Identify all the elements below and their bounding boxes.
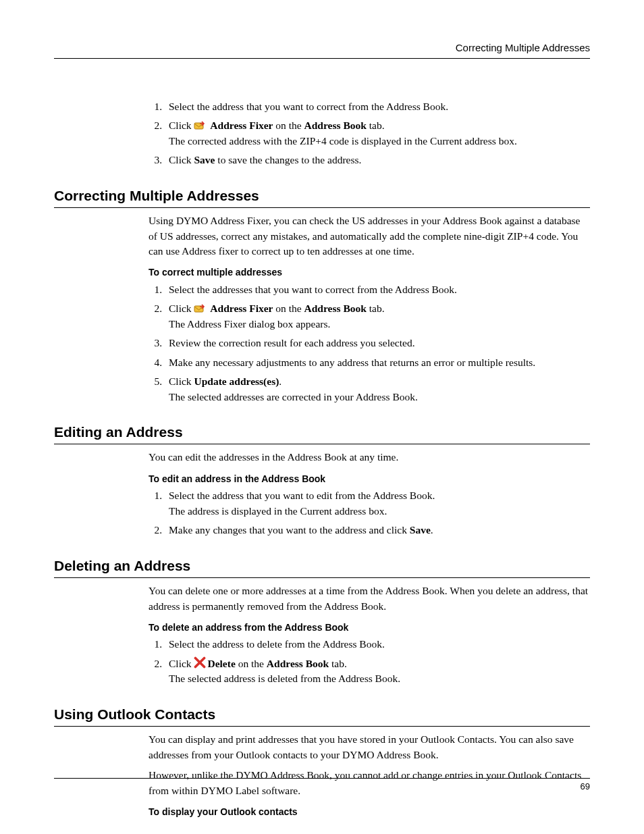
sec2-subhead: To edit an address in the Address Book <box>149 472 590 486</box>
sec2-step-2: Make any changes that you want to the ad… <box>165 523 590 538</box>
sec1-subhead: To correct multiple addresses <box>149 265 590 279</box>
delete-icon <box>194 656 206 667</box>
top-step-1: Select the address that you want to corr… <box>165 99 590 114</box>
address-fixer-icon <box>194 120 206 130</box>
sec2-body: You can edit the addresses in the Addres… <box>149 450 590 538</box>
address-fixer-icon <box>194 303 206 313</box>
top-steps-block: Select the address that you want to corr… <box>149 99 590 168</box>
sec2-steps: Select the address that you want to edit… <box>149 488 590 538</box>
sec3-steps: Select the address to delete from the Ad… <box>149 637 590 686</box>
running-head: Correcting Multiple Addresses <box>54 41 590 59</box>
sec2-step-1: Select the address that you want to edit… <box>165 488 590 519</box>
sec1-step-4: Make any necessary adjustments to any ad… <box>165 355 590 370</box>
sec1-step-1: Select the addresses that you want to co… <box>165 282 590 297</box>
footer-rule <box>54 778 590 779</box>
sec1-body: Using DYMO Address Fixer, you can check … <box>149 213 590 405</box>
sec3-intro: You can delete one or more addresses at … <box>149 583 590 614</box>
sec3-body: You can delete one or more addresses at … <box>149 583 590 687</box>
sec3-subhead: To delete an address from the Address Bo… <box>149 621 590 634</box>
sec4-subhead: To display your Outlook contacts <box>149 805 590 818</box>
sec1-steps: Select the addresses that you want to co… <box>149 282 590 405</box>
heading-editing: Editing an Address <box>54 422 590 444</box>
sec4-intro1: You can display and print addresses that… <box>149 732 590 762</box>
heading-deleting: Deleting an Address <box>54 556 590 578</box>
top-step-2: Click Address Fixer on the Address Book … <box>165 118 590 149</box>
page: Correcting Multiple Addresses Select the… <box>0 0 644 834</box>
sec3-step-2: Click Delete on the Address Book tab. Th… <box>165 656 590 687</box>
sec4-intro2: However, unlike the DYMO Address Book, y… <box>149 768 590 798</box>
sec1-intro: Using DYMO Address Fixer, you can check … <box>149 213 590 259</box>
sec1-step-3: Review the correction result for each ad… <box>165 336 590 350</box>
page-number: 69 <box>581 781 590 793</box>
top-step-3: Click Save to save the changes to the ad… <box>165 153 590 167</box>
page-content: Select the address that you want to corr… <box>54 99 590 819</box>
heading-outlook: Using Outlook Contacts <box>54 704 590 727</box>
sec2-intro: You can edit the addresses in the Addres… <box>149 450 590 465</box>
heading-correcting-multiple: Correcting Multiple Addresses <box>54 186 590 208</box>
sec3-step-1: Select the address to delete from the Ad… <box>165 637 590 652</box>
sec4-body: You can display and print addresses that… <box>149 732 590 818</box>
sec1-step-2: Click Address Fixer on the Address Book … <box>165 301 590 332</box>
top-steps-list: Select the address that you want to corr… <box>149 99 590 168</box>
sec1-step-5: Click Update address(es). The selected a… <box>165 374 590 405</box>
